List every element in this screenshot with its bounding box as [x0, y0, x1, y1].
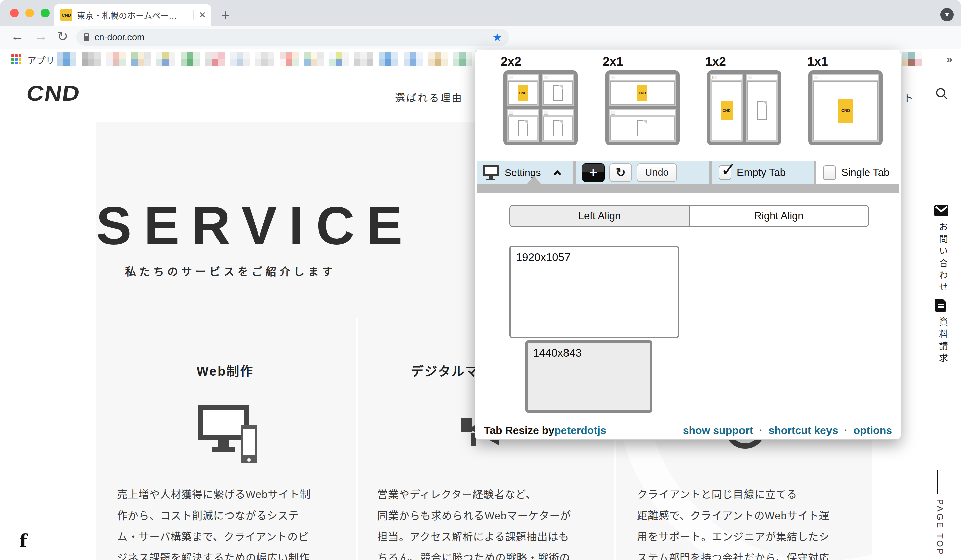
forward-button[interactable]: → — [34, 29, 48, 44]
bookmark-favicon[interactable] — [428, 52, 448, 66]
apps-label[interactable]: アプリ — [27, 53, 55, 67]
browser-toolbar: ← → ↻ cn-door.com ★ v ◉ ◉ ▦ ϟ Alt W ♻ % … — [0, 26, 961, 49]
single-tab-checkbox[interactable] — [823, 165, 836, 180]
bookmark-favicon[interactable] — [379, 52, 398, 66]
request-label: 資料請求 — [936, 317, 949, 365]
single-tab-label[interactable]: Single Tab — [841, 167, 889, 179]
popup-settings-bar: Settings + ↻ Undo ✓ Empty Tab Single Tab — [477, 161, 900, 193]
apps-grid-icon[interactable] — [11, 54, 21, 64]
browser-tab[interactable]: CND 東京・札幌のホームページ制作 ✕ — [53, 4, 212, 26]
layout-label-2x2: 2x2 — [501, 55, 521, 69]
bookmark-favicon[interactable] — [206, 52, 225, 66]
dot-separator: · — [759, 425, 762, 436]
bookmark-favicon[interactable] — [280, 52, 299, 66]
nav-item-partial[interactable]: ト — [903, 90, 913, 104]
chevron-up-icon[interactable] — [554, 170, 561, 178]
close-window-button[interactable] — [10, 9, 19, 18]
options-link[interactable]: options — [853, 424, 892, 436]
nav-item[interactable]: 選ばれる理由 — [395, 90, 463, 104]
align-tabs: Left Align Right Align — [509, 205, 869, 227]
back-button[interactable]: ← — [11, 29, 24, 44]
page-subtitle: 私たちのサービスをご紹介します — [125, 263, 336, 278]
request-rail-item[interactable]: 資料請求 — [935, 299, 949, 365]
popup-brand: Tab Resize by — [484, 424, 554, 436]
lock-icon — [84, 37, 89, 41]
tab-strip: CND 東京・札幌のホームページ制作 ✕ + ▾ — [0, 0, 961, 26]
undo-button[interactable]: Undo — [637, 163, 677, 182]
document-icon — [935, 299, 946, 312]
show-support-link[interactable]: show support — [683, 424, 753, 436]
bookmark-favicon[interactable] — [106, 52, 126, 66]
resolution-box-1920x1057[interactable]: 1920x1057 — [509, 246, 679, 338]
bookmark-favicon[interactable] — [902, 52, 921, 66]
right-align-tab[interactable]: Right Align — [689, 206, 868, 226]
checkmark-icon: ✓ — [721, 159, 736, 180]
tab-favicon: CND — [60, 9, 72, 21]
resolution-box-1440x843[interactable]: 1440x843 — [525, 340, 652, 413]
column-body: 営業やディレクター経験者など、 同業からも求められるWebマーケターが 担当。ア… — [378, 484, 594, 560]
bookmark-favicon[interactable] — [329, 52, 349, 66]
column-body: 売上増や人材獲得に繋げるWebサイト制 作から、コスト削減につながるシステ ム・… — [117, 484, 333, 560]
contact-label: お問い合わせ — [936, 222, 949, 294]
column-heading: Web制作 — [96, 361, 354, 379]
page-top-line — [937, 470, 938, 494]
bookmark-favicon[interactable] — [453, 52, 472, 66]
empty-tab-checkbox[interactable]: ✓ — [719, 165, 731, 180]
bookmarks-overflow-chevron[interactable]: » — [946, 53, 952, 65]
envelope-icon — [934, 205, 948, 216]
minimize-window-button[interactable] — [26, 9, 34, 18]
single-tab-group: Single Tab — [816, 161, 900, 184]
settings-group: Settings — [477, 161, 573, 184]
page-title: SERVICE — [96, 195, 415, 256]
settings-pointer-triangle — [527, 176, 541, 184]
layout-option-1x1[interactable]: CND — [808, 70, 883, 145]
contact-rail-item[interactable]: お問い合わせ — [934, 205, 949, 294]
tab-resize-popup: 2x2 2x1 1x2 1x1 CND CND CND CND Settings… — [475, 50, 901, 440]
shortcut-keys-link[interactable]: shortcut keys — [768, 424, 838, 436]
column-body: クライアントと同じ目線に立てる 距離感で、クライアントのWebサイト運 用をサポ… — [637, 484, 853, 560]
address-bar[interactable]: cn-door.com ★ — [76, 29, 509, 46]
monitor-phone-icon — [198, 405, 252, 452]
bookmark-favicon[interactable] — [181, 52, 200, 66]
monitor-icon — [482, 165, 500, 180]
tab-close-icon[interactable]: ✕ — [193, 10, 206, 21]
service-column-web: Web制作 売上増や人材獲得に繋げるWebサイト制 作から、コスト削減につながる… — [96, 318, 354, 560]
tab-search-button[interactable]: ▾ — [940, 8, 954, 21]
empty-tab-label[interactable]: Empty Tab — [737, 167, 786, 179]
bookmark-favicon[interactable] — [403, 52, 423, 66]
bookmark-favicon[interactable] — [255, 52, 274, 66]
bookmark-star-icon[interactable]: ★ — [492, 31, 502, 44]
tab-title: 東京・札幌のホームページ制作 — [77, 9, 184, 21]
facebook-icon[interactable]: f — [19, 530, 27, 551]
bookmark-favicon[interactable] — [230, 52, 250, 66]
bookmark-favicon[interactable] — [354, 52, 373, 66]
bookmark-favicon[interactable] — [82, 52, 101, 66]
layout-option-2x2[interactable]: CND — [503, 70, 577, 145]
popup-footer: Tab Resize by peterdotjs show support · … — [475, 420, 901, 440]
actions-group: + ↻ Undo — [576, 161, 709, 184]
layout-label-1x1: 1x1 — [807, 55, 828, 69]
maximize-window-button[interactable] — [41, 9, 50, 18]
layout-label-1x2: 1x2 — [705, 55, 726, 69]
reload-button[interactable]: ↻ — [57, 29, 68, 44]
layout-option-2x1[interactable]: CND — [605, 70, 680, 145]
refresh-button[interactable]: ↻ — [609, 163, 632, 182]
bookmark-favicon[interactable] — [131, 52, 151, 66]
url-text: cn-door.com — [95, 32, 145, 43]
layout-label-2x1: 2x1 — [603, 55, 624, 69]
add-layout-button[interactable]: + — [582, 163, 605, 182]
site-logo[interactable]: CND — [25, 81, 82, 106]
dot-separator: · — [844, 425, 847, 436]
divider — [547, 165, 547, 180]
new-tab-button[interactable]: + — [221, 6, 230, 24]
page-top-link[interactable]: PAGE TOP — [933, 499, 946, 560]
bookmark-favicon[interactable] — [156, 52, 175, 66]
author-link[interactable]: peterdotjs — [554, 424, 606, 436]
empty-tab-group: ✓ Empty Tab — [712, 161, 814, 184]
search-icon[interactable] — [934, 86, 949, 103]
bookmark-favicon[interactable] — [57, 52, 76, 66]
bookmark-favicon[interactable] — [304, 52, 324, 66]
layout-option-1x2[interactable]: CND — [707, 70, 781, 145]
left-align-tab[interactable]: Left Align — [510, 206, 689, 226]
